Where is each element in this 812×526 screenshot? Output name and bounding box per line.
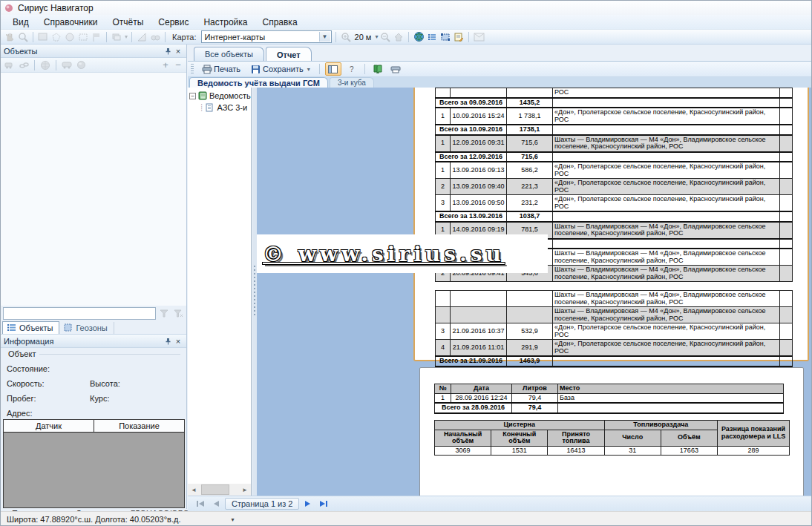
cell-litres: 532,9 <box>507 323 553 340</box>
value-volume: 17663 <box>661 446 717 456</box>
report-tab-secondary[interactable]: 3-и куба <box>330 77 374 88</box>
cell-litres: 231,2 <box>507 195 553 212</box>
geozones-icon[interactable] <box>439 31 451 43</box>
coordinates-label: Широта: 47.88920°с.ш. Долгота: 40.05203°… <box>7 515 180 524</box>
cell-total-litres: 1738,1 <box>507 125 553 135</box>
tab-report[interactable]: Отчет <box>266 47 312 62</box>
scroll-right-icon[interactable]: ► <box>239 484 251 496</box>
parameters-button[interactable] <box>370 62 385 76</box>
menu-item[interactable]: Сервис <box>151 16 196 29</box>
cell-total-label: Всего за 21.09.2016 <box>436 356 507 366</box>
menu-item[interactable]: Настройка <box>196 16 255 29</box>
report-data-row: 112.09.2016 09:31715,6Шахты — Владимиров… <box>436 135 793 152</box>
cell-num <box>436 291 451 307</box>
document-tab-strip: Все объекты Отчет <box>188 45 812 61</box>
last-page-button[interactable] <box>317 498 330 510</box>
col-start-volume: Начальный объём <box>435 430 491 446</box>
globe-icon[interactable] <box>413 31 425 43</box>
save-caret-icon[interactable]: ▾ <box>307 66 310 73</box>
objects-list[interactable] <box>1 73 186 306</box>
col-place: Место <box>558 384 784 394</box>
sphere-icon <box>75 59 87 71</box>
ruler-icon <box>136 31 148 43</box>
col-dispensing: Топливораздача <box>604 421 717 430</box>
state-label: Состояние: <box>7 364 50 373</box>
tree-item-child[interactable]: ┊ АЗС 3-и <box>188 102 251 114</box>
close-icon[interactable]: × <box>173 336 183 346</box>
cell-date: 21.09.2016 11:01 <box>451 340 507 357</box>
first-page-button[interactable] <box>194 498 207 510</box>
report-data-row: 321.09.2016 10:37532,9«Дон», Пролетарско… <box>436 323 793 340</box>
tab-geozones[interactable]: Геозоны <box>59 322 114 334</box>
col-difference: Разница показаний расходомера и LLS <box>718 421 790 447</box>
tree-hscrollbar[interactable]: ◄ ► <box>188 484 251 496</box>
report-data-row: 128.09.2016 12:2479,4База <box>435 393 784 403</box>
summary-table: Цистерна Топливораздача Разница показани… <box>434 420 790 456</box>
save-button[interactable]: Сохранить ▾ <box>247 63 314 75</box>
zoom-scale-caret-icon[interactable]: ▾ <box>375 33 378 40</box>
summary-values-row: 3069 1531 16413 31 17663 289 <box>435 446 790 456</box>
prev-page-button[interactable] <box>209 498 223 510</box>
notes-icon[interactable] <box>453 31 465 43</box>
zoom-scale-value[interactable]: 20 м <box>355 33 372 42</box>
sidebar-tab-strip: Объекты Геозоны <box>1 320 186 335</box>
height-label: Высота: <box>90 379 120 388</box>
cell-place: «Дон», Пролетарское сельское поселение, … <box>553 179 780 195</box>
cell-num: 3 <box>436 323 451 340</box>
scroll-left-icon[interactable]: ◄ <box>188 484 200 496</box>
cell-litres: 586,2 <box>507 162 553 179</box>
select-map-icon <box>37 31 49 43</box>
pin-icon[interactable] <box>163 336 173 346</box>
menu-item[interactable]: Вид <box>5 16 36 29</box>
col-end-volume: Конечный объём <box>491 430 548 446</box>
report-tab-main[interactable]: Ведомость учёта выдачи ГСМ <box>189 77 328 88</box>
globe-small-icon <box>39 59 51 71</box>
tab-all-objects[interactable]: Все объекты <box>194 47 264 61</box>
cell-place: «Дон», Пролетарское сельское поселение, … <box>553 323 780 340</box>
report-total-row: Всего за 10.09.20161738,1 <box>436 125 793 135</box>
map-select-value: Интернет-карты <box>205 33 266 42</box>
group-divider <box>39 354 180 355</box>
cell-date: 12.09.2016 09:31 <box>451 135 507 152</box>
panel-icon <box>328 65 338 73</box>
menu-item[interactable]: Отчёты <box>105 16 151 29</box>
help-button[interactable]: ? <box>344 62 359 76</box>
cell-total-label: Всего за 12.09.2016 <box>436 152 507 162</box>
cell-litres: 221,3 <box>507 179 553 195</box>
main-toolbar: ▾ Карта: Интернет-карты ▼ 20 м ▾ <box>1 30 812 45</box>
fuel-issue-table: РОСВсего за 09.09.20161435,2110.09.2016 … <box>435 88 793 367</box>
page-setup-button[interactable] <box>388 62 403 76</box>
map-select-arrow-icon[interactable]: ▼ <box>319 32 330 42</box>
tab-objects[interactable]: Объекты <box>2 321 59 334</box>
cell-date: 13.09.2016 09:40 <box>451 179 507 195</box>
next-page-button[interactable] <box>301 498 315 510</box>
toggle-tree-button[interactable] <box>325 62 341 76</box>
status-dropdown-icon[interactable]: ▾ <box>231 516 234 523</box>
tree-item-root[interactable]: − Ведомость <box>188 90 251 102</box>
zoom-icon <box>17 31 29 43</box>
menu-item[interactable]: Справка <box>255 16 304 29</box>
collapse-icon[interactable]: − <box>189 93 196 99</box>
report-viewer[interactable]: РОСВсего за 09.09.20161435,2110.09.2016 … <box>257 88 812 496</box>
scroll-thumb[interactable] <box>201 484 229 495</box>
add-object-icon: + <box>160 59 171 70</box>
close-icon[interactable]: × <box>173 46 183 56</box>
value-end-volume: 1531 <box>491 446 548 456</box>
print-button[interactable]: Печать <box>198 63 244 75</box>
filter-clear-icon <box>172 307 184 319</box>
printer-icon <box>202 65 211 73</box>
map-select[interactable]: Интернет-карты ▼ <box>201 30 332 43</box>
link-icon <box>18 59 30 71</box>
object-filter-input[interactable] <box>3 307 156 320</box>
cell-num: 1 <box>436 108 451 125</box>
menu-item[interactable]: Справочники <box>36 16 105 29</box>
help-button-label: ? <box>350 65 354 73</box>
report-page-icon <box>206 103 215 112</box>
page-indicator: Страница 1 из 2 <box>225 498 299 510</box>
pin-icon[interactable] <box>163 46 173 56</box>
col-fuel-received: Принято топлива <box>548 430 604 446</box>
layers-caret-icon: ▾ <box>125 33 128 40</box>
objects-list-icon[interactable] <box>426 31 438 43</box>
sensors-table: Датчик Показание <box>3 419 185 508</box>
value-fuel-received: 16413 <box>548 446 604 456</box>
